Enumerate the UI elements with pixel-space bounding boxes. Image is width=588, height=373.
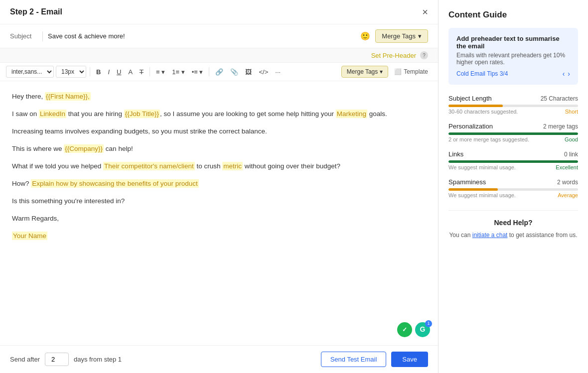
metric-bar-bg-0 [448, 105, 578, 107]
image-button[interactable]: 🖼 [243, 67, 254, 77]
save-button[interactable]: Save [391, 352, 428, 367]
tip-card-footer: Cold Email Tips 3/4 ‹ › [456, 70, 570, 78]
email-line-3: Increasing teams involves expanding budg… [12, 126, 426, 137]
merge-tags-toolbar-button[interactable]: Merge Tags ▾ [341, 66, 388, 78]
email-line-7: Is this something you're interested in? [12, 196, 426, 207]
first-name-tag: {{First Name}}, [45, 92, 91, 101]
send-after-input[interactable] [45, 353, 69, 366]
need-help-desc: You can initiate a chat to get assistanc… [448, 231, 578, 240]
explain-tag: Explain how by showcasing the benefits o… [31, 179, 198, 188]
preheader-label[interactable]: Set Pre-Header [371, 52, 416, 59]
metric-footer-3: We suggest minimal usage. Average [448, 192, 578, 198]
grammarly-badge: 1 [425, 320, 432, 327]
close-button[interactable]: × [422, 7, 428, 17]
dialog-footer: Send after days from step 1 Send Test Em… [0, 345, 438, 373]
merge-tags-toolbar-chevron: ▾ [380, 68, 383, 75]
merge-tags-button[interactable]: Merge Tags ▾ [375, 29, 428, 43]
metric-value-2: 0 link [564, 151, 578, 158]
metric-status-2: Excellent [556, 164, 578, 170]
chat-link[interactable]: initiate a chat [472, 232, 508, 239]
metric-value-1: 2 merge tags [543, 123, 578, 130]
metric-label-2: Links [448, 150, 463, 158]
underline-button[interactable]: U [114, 67, 124, 77]
metric-bar-bg-3 [448, 188, 578, 191]
email-line-6: How? Explain how by showcasing the benef… [12, 178, 426, 190]
metric-label-1: Personalization [448, 123, 493, 130]
toolbar-divider-1 [90, 67, 90, 76]
send-test-button[interactable]: Send Test Email [321, 352, 387, 367]
linkedin-tag: LinkedIn [39, 110, 66, 118]
tip-next-button[interactable]: › [568, 70, 570, 78]
send-after-label: Send after [10, 356, 40, 363]
metric-status-0: Short [565, 109, 578, 115]
email-line-4: This is where we {{Company}} can help! [12, 143, 426, 155]
metric-hint-3: We suggest minimal usage. [448, 192, 516, 198]
metric-bar-bg-2 [448, 160, 578, 163]
attachment-button[interactable]: 📎 [228, 67, 241, 77]
emoji-button[interactable]: 🙂 [360, 31, 370, 41]
unordered-list-button[interactable]: •≡ ▾ [189, 67, 206, 77]
tip-card: Add preheader text to summarise the emai… [448, 28, 578, 85]
merge-tags-chevron: ▾ [418, 32, 422, 40]
code-button[interactable]: </> [256, 67, 271, 77]
metric-hint-2: We suggest minimal usage. [448, 164, 516, 170]
editor-footer-icons: ✓ G 1 [397, 322, 430, 337]
subject-divider [42, 31, 43, 41]
strikethrough-button[interactable]: T̶ [137, 67, 146, 77]
toolbar-divider-2 [149, 67, 150, 76]
metric-bar-fill-3 [448, 188, 498, 191]
metric-tag: metric [222, 162, 243, 170]
template-label: Template [404, 68, 428, 75]
align-button[interactable]: ≡ ▾ [153, 67, 167, 77]
grammarly-container: G 1 [415, 322, 430, 337]
subject-input[interactable] [48, 32, 355, 40]
main-panel: Step 2 - Email × Subject 🙂 Merge Tags ▾ … [0, 0, 439, 373]
bold-button[interactable]: B [94, 67, 103, 77]
subject-row: Subject 🙂 Merge Tags ▾ [0, 24, 438, 48]
email-line-9: Your Name [12, 231, 426, 242]
spellcheck-icon[interactable]: ✓ [397, 322, 412, 337]
metric-bar-fill-1 [448, 132, 578, 135]
tip-prev-button[interactable]: ‹ [563, 70, 565, 78]
metrics-list: Subject Length 25 Characters 30-60 chara… [448, 95, 578, 198]
metric-hint-1: 2 or more merge tags suggested. [448, 136, 529, 142]
italic-button[interactable]: I [105, 67, 112, 77]
metric-bar-bg-1 [448, 132, 578, 135]
metric-value-0: 25 Characters [541, 95, 578, 102]
emoji-icon: 🙂 [360, 32, 370, 40]
email-line-5: What if we told you we helped Their comp… [12, 161, 426, 172]
text-color-button[interactable]: A [126, 67, 135, 77]
font-size-select[interactable]: 13px [56, 66, 86, 78]
template-icon: ⬜ [394, 68, 402, 75]
toolbar-divider-3 [209, 67, 209, 76]
content-guide-panel: Content Guide Add preheader text to summ… [439, 0, 588, 373]
merge-tags-toolbar-label: Merge Tags [347, 68, 378, 75]
metric-row-2: Links 0 link We suggest minimal usage. E… [448, 150, 578, 170]
ordered-list-button[interactable]: 1≡ ▾ [169, 67, 187, 77]
metric-footer-2: We suggest minimal usage. Excellent [448, 164, 578, 170]
need-help-section: Need Help? You can initiate a chat to ge… [448, 210, 578, 240]
metric-row-0: Subject Length 25 Characters 30-60 chara… [448, 95, 578, 115]
metric-hint-0: 30-60 characters suggested. [448, 109, 518, 115]
tip-nav: ‹ › [563, 70, 570, 78]
preheader-help-button[interactable]: ? [420, 51, 428, 59]
tip-link[interactable]: Cold Email Tips 3/4 [456, 70, 508, 77]
link-icon: 🔗 [215, 68, 223, 76]
metric-label-0: Subject Length [448, 95, 492, 102]
email-line-1: Hey there, {{First Name}}, [12, 91, 426, 103]
more-button[interactable]: ··· [273, 67, 283, 77]
email-editor[interactable]: Hey there, {{First Name}}, I saw on Link… [0, 81, 438, 345]
template-button[interactable]: ⬜ Template [390, 66, 432, 77]
need-help-title: Need Help? [448, 219, 578, 227]
email-line-2: I saw on LinkedIn that you are hiring {{… [12, 109, 426, 120]
merge-tags-label: Merge Tags [382, 32, 416, 40]
image-icon: 🖼 [245, 68, 252, 76]
tip-card-title: Add preheader text to summarise the emai… [456, 35, 570, 50]
metric-label-3: Spamminess [448, 178, 486, 186]
attachment-icon: 📎 [230, 68, 238, 76]
font-family-select[interactable]: inter,sans... [6, 66, 54, 78]
link-button[interactable]: 🔗 [213, 67, 226, 77]
your-name-tag: Your Name [12, 232, 47, 240]
days-label: days from step 1 [74, 356, 122, 363]
metric-status-1: Good [565, 136, 578, 142]
